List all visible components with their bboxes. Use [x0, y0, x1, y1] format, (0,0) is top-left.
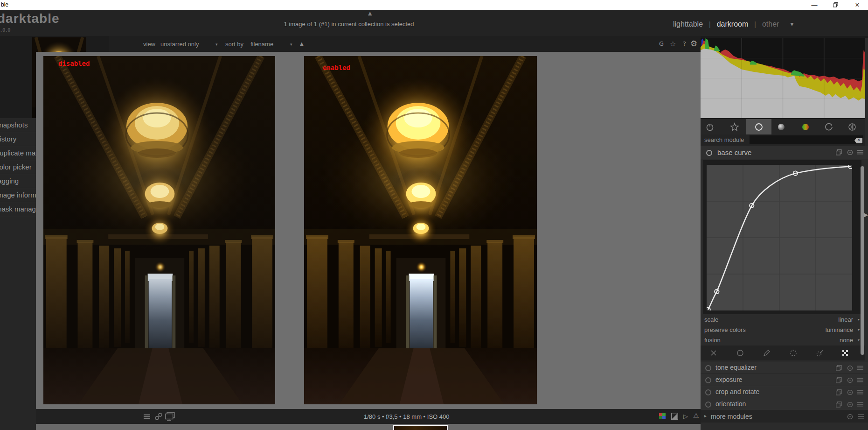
multi-instance-icon[interactable]	[836, 365, 842, 371]
left-panel-item-color-picker[interactable]: color picker	[0, 160, 39, 174]
scale-dropdown[interactable]: linear	[838, 316, 853, 323]
multi-instance-icon[interactable]	[836, 377, 842, 383]
power-icon[interactable]	[705, 377, 711, 383]
blend-drawn-mask-icon[interactable]	[763, 349, 771, 357]
gear-icon[interactable]: ⚙	[690, 39, 697, 48]
view-filter-label: view	[143, 41, 155, 48]
left-panel-item-snapshots[interactable]: snapshots	[0, 118, 39, 132]
multi-instance-icon[interactable]	[836, 149, 842, 155]
tone-curve-plot[interactable]	[707, 165, 852, 310]
fusion-row: fusion none ▾	[701, 335, 865, 345]
effects-group-icon[interactable]	[847, 122, 857, 132]
blend-raster-mask-icon[interactable]	[841, 349, 849, 357]
photo-snapshot-enabled[interactable]: enabled	[304, 56, 537, 404]
darktable-window: ble — × darktable 3.0.0 ▲ 1 image of 1 (…	[0, 0, 868, 430]
titlebar: ble — ×	[0, 0, 868, 10]
chevron-down-icon[interactable]: ▾	[858, 338, 860, 342]
collapse-top-panel-icon[interactable]: ▲	[368, 10, 372, 16]
view-lighttable[interactable]: lighttable	[673, 20, 703, 28]
module-tone-equalizer[interactable]: tone equalizer	[701, 362, 868, 374]
right-panel: search module × base curve	[701, 36, 868, 430]
grouping-icon[interactable]: G	[659, 40, 664, 47]
chevron-down-icon[interactable]: ▾	[858, 328, 860, 332]
reset-icon[interactable]	[847, 389, 853, 395]
darkroom-canvas: disabled	[36, 52, 701, 409]
blend-uniform-icon[interactable]	[736, 349, 744, 357]
power-icon[interactable]	[705, 365, 711, 371]
softproof-icon[interactable]: ▷	[683, 413, 688, 420]
multi-instance-icon[interactable]	[836, 389, 842, 395]
presets-icon[interactable]	[857, 390, 863, 395]
view-filter-dropdown[interactable]: unstarred only	[160, 41, 199, 48]
active-modules-group-icon[interactable]	[705, 122, 715, 132]
photo-image	[304, 56, 537, 404]
left-panel-item-image-information[interactable]: image information	[0, 188, 39, 202]
gamut-check-icon[interactable]: ⚠	[693, 412, 699, 419]
minimize-button[interactable]: —	[807, 0, 821, 10]
reset-icon[interactable]	[847, 149, 853, 155]
presets-icon[interactable]	[858, 414, 864, 419]
bottom-toolbar: 1/80 s • f/3,5 • 18 mm • ISO 400 ▷ ⚠	[36, 409, 701, 424]
base-curve-title: base curve	[717, 148, 751, 156]
photo-snapshot-disabled[interactable]: disabled	[43, 56, 275, 404]
power-icon[interactable]	[705, 389, 711, 395]
help-icon[interactable]: ?	[683, 40, 686, 47]
blend-parametric-mask-icon[interactable]	[790, 349, 797, 357]
second-window-icon[interactable]	[165, 412, 175, 421]
chevron-down-icon[interactable]: ▼	[790, 22, 793, 27]
preserve-colors-dropdown[interactable]: luminance	[826, 326, 853, 333]
module-exposure[interactable]: exposure	[701, 374, 868, 386]
fusion-dropdown[interactable]: none	[840, 337, 853, 344]
color-group-icon[interactable]	[801, 122, 810, 132]
reset-icon[interactable]	[847, 414, 853, 420]
presets-icon[interactable]	[857, 366, 863, 370]
presets-icon[interactable]	[857, 378, 863, 382]
right-panel-scrollbar[interactable]	[861, 166, 864, 355]
module-orientation[interactable]: orientation	[701, 398, 868, 410]
left-panel-item-history[interactable]: history	[0, 132, 39, 146]
sort-by-dropdown[interactable]: filename	[250, 41, 273, 48]
panel-collapse-right-icon[interactable]: ▶	[864, 211, 868, 218]
base-curve-header[interactable]: base curve	[701, 146, 868, 159]
snapshot-compare-icon[interactable]	[155, 413, 162, 420]
base-group-icon[interactable]	[754, 122, 764, 132]
close-button[interactable]: ×	[850, 0, 864, 10]
favorites-group-icon[interactable]	[730, 122, 739, 132]
module-crop-and-rotate[interactable]: crop and rotate	[701, 386, 868, 398]
reset-icon[interactable]	[847, 402, 853, 408]
base-curve-power-icon[interactable]	[706, 150, 712, 156]
presets-icon[interactable]	[857, 402, 863, 407]
reset-icon[interactable]	[847, 365, 853, 371]
expand-right-icon[interactable]: ▸	[704, 413, 707, 418]
power-icon[interactable]	[705, 402, 711, 408]
overexposed-icon[interactable]	[671, 413, 678, 420]
reset-icon[interactable]	[847, 377, 853, 383]
search-module-input[interactable]	[750, 135, 863, 144]
histogram[interactable]	[701, 38, 865, 119]
left-panel-item-tagging[interactable]: tagging	[0, 174, 39, 188]
view-darkroom[interactable]: darkroom	[717, 20, 749, 28]
blend-off-icon[interactable]	[710, 349, 717, 357]
chevron-down-icon[interactable]: ▾	[290, 42, 292, 47]
presets-icon[interactable]	[857, 150, 863, 155]
filmstrip-thumbnail[interactable]	[393, 425, 448, 430]
multi-instance-icon[interactable]	[836, 402, 842, 408]
left-panel-item-duplicate-manager[interactable]: duplicate manager	[0, 146, 39, 160]
blend-drawn-parametric-icon[interactable]	[816, 349, 824, 357]
chevron-down-icon[interactable]: ▾	[858, 317, 860, 322]
base-curve-editor	[703, 160, 861, 314]
chevron-down-icon[interactable]: ▾	[215, 42, 218, 47]
tone-group-icon[interactable]	[777, 122, 786, 132]
view-other[interactable]: other	[762, 20, 779, 28]
hamburger-icon[interactable]	[144, 414, 150, 419]
more-modules-bar[interactable]: ▸ more modules	[701, 410, 868, 423]
left-panel-item-mask-manager[interactable]: mask manager	[0, 202, 39, 216]
restore-icon	[833, 2, 838, 7]
raw-overexposed-icon[interactable]	[659, 413, 666, 420]
maximize-button[interactable]	[828, 0, 842, 10]
correction-group-icon[interactable]	[824, 122, 833, 132]
filmstrip[interactable]	[36, 424, 701, 430]
overlays-star-icon[interactable]: ☆	[670, 40, 676, 48]
app-version: 3.0.0	[0, 27, 11, 33]
sort-ascending-icon[interactable]: ▲	[300, 41, 304, 46]
